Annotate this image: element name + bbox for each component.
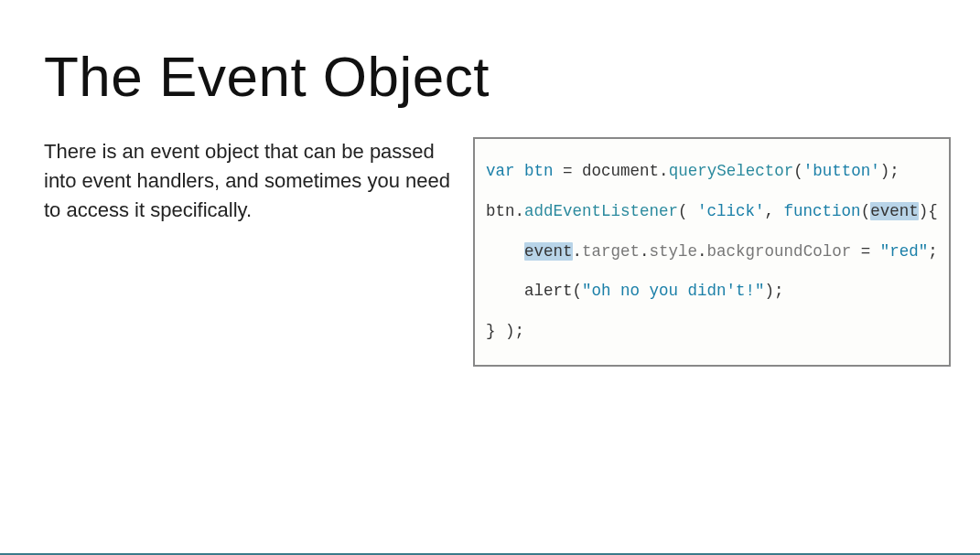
token-event-highlighted: event (524, 242, 573, 261)
token-space (851, 242, 861, 261)
token-string-alert: "oh no you didn't!" (582, 282, 765, 300)
token-dot: . (697, 242, 707, 261)
slide-title: The Event Object (44, 46, 936, 108)
token-paren: ( (793, 162, 803, 180)
token-btn: btn (486, 202, 515, 220)
token-paren: ( (861, 202, 871, 220)
slide-content: There is an event object that can be pas… (44, 137, 936, 367)
token-space (870, 242, 880, 261)
token-paren: ( (573, 282, 583, 300)
token-string-click: 'click' (697, 202, 765, 220)
token-paren-brace: ){ (919, 202, 938, 220)
token-target: target (582, 242, 640, 261)
token-string-red: "red" (880, 242, 929, 261)
token-space (554, 162, 564, 180)
slide-container: The Event Object There is an event objec… (0, 0, 980, 367)
token-semi: ; (889, 162, 899, 180)
code-line-4: alert("oh no you didn't!"); (486, 282, 784, 300)
token-semi: ; (774, 282, 784, 300)
token-queryselector: querySelector (669, 162, 794, 180)
code-line-3: event.target.style.backgroundColor = "re… (486, 242, 938, 261)
token-document: document (582, 162, 659, 180)
token-comma: , (765, 202, 784, 220)
token-alert: alert (524, 282, 573, 300)
token-event-param-highlighted: event (870, 202, 919, 220)
token-space (573, 162, 583, 180)
token-equals: = (861, 242, 871, 261)
token-equals: = (563, 162, 573, 180)
token-paren: ) (880, 162, 890, 180)
token-paren: ( (678, 202, 697, 220)
token-dot: . (640, 242, 650, 261)
slide-description: There is an event object that can be pas… (44, 137, 451, 225)
token-semi: ; (928, 242, 938, 261)
token-paren: ) (765, 282, 775, 300)
code-line-1: var btn = document.querySelector('button… (486, 162, 899, 180)
token-dot: . (515, 202, 525, 220)
code-block: var btn = document.querySelector('button… (473, 137, 951, 367)
token-dot: . (659, 162, 669, 180)
code-line-2: btn.addEventListener( 'click', function(… (486, 202, 938, 220)
token-string-button: 'button' (803, 162, 880, 180)
token-backgroundcolor: backgroundColor (707, 242, 852, 261)
token-addeventlistener: addEventListener (524, 202, 678, 220)
token-function: function (784, 202, 861, 220)
token-keyword-var: var (486, 162, 515, 180)
token-space (515, 162, 525, 180)
token-dot: . (573, 242, 583, 261)
code-line-5: } ); (486, 322, 524, 340)
token-varname-btn: btn (524, 162, 554, 180)
token-close: } ); (486, 322, 524, 340)
token-style: style (650, 242, 698, 261)
token-indent (486, 242, 524, 261)
token-indent (486, 282, 524, 300)
